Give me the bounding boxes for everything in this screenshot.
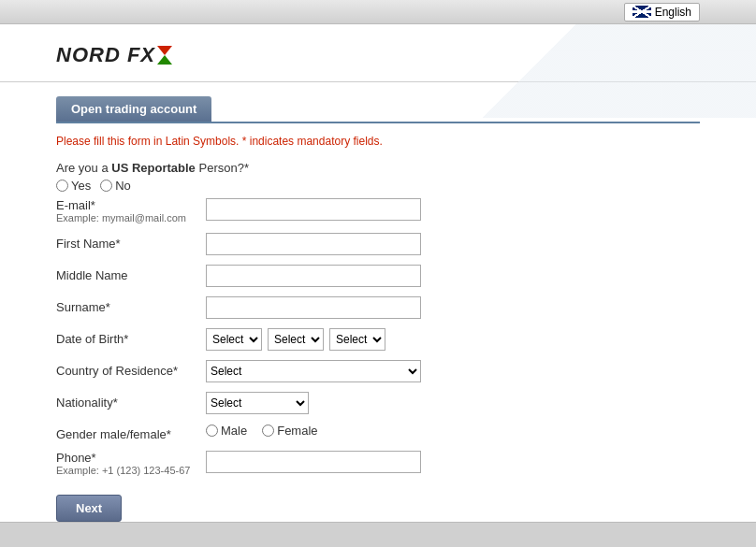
radio-yes-label[interactable]: Yes	[56, 179, 91, 193]
firstname-label: First Name*	[56, 233, 206, 251]
us-reportable-row: Are you a US Reportable Person?* Yes No	[56, 161, 700, 193]
language-label: English	[655, 6, 691, 19]
dob-day-select[interactable]: Select	[206, 328, 262, 351]
email-label: E-mail*	[56, 198, 206, 212]
gender-female-label[interactable]: Female	[262, 424, 317, 438]
email-hint: Example: mymail@mail.com	[56, 212, 206, 223]
radio-yes[interactable]	[56, 180, 68, 192]
form-section: Open trading account Please fill this fo…	[0, 82, 756, 547]
us-q-after: Person?*	[198, 161, 248, 175]
dob-label: Date of Birth*	[56, 328, 206, 346]
dob-row: Date of Birth* Select Select Select	[56, 328, 700, 351]
logo-area: NORD FX	[0, 24, 756, 81]
radio-no-label[interactable]: No	[100, 179, 131, 193]
gender-female-radio[interactable]	[262, 425, 274, 437]
gender-options: Male Female	[206, 424, 318, 438]
gender-male-text: Male	[221, 424, 247, 438]
email-input[interactable]	[206, 198, 421, 221]
us-q-before: Are you a	[56, 161, 109, 175]
gender-male-radio[interactable]	[206, 425, 218, 437]
email-label-block: E-mail* Example: mymail@mail.com	[56, 198, 206, 223]
radio-no[interactable]	[100, 180, 112, 192]
phone-label: Phone*	[56, 451, 206, 465]
gender-row: Gender male/female* Male Female	[56, 424, 700, 441]
radio-yes-text: Yes	[71, 179, 91, 193]
uk-flag-icon	[632, 6, 651, 18]
country-row: Country of Residence* Select	[56, 360, 700, 382]
country-select[interactable]: Select	[206, 360, 421, 382]
next-button[interactable]: Next	[56, 495, 122, 522]
middlename-row: Middle Name	[56, 265, 700, 287]
firstname-row: First Name*	[56, 233, 700, 255]
us-q-bold: US Reportable	[111, 161, 196, 175]
country-label: Country of Residence*	[56, 360, 206, 378]
us-question-text: Are you a US Reportable Person?*	[56, 161, 700, 175]
top-bar: English	[0, 0, 756, 24]
phone-hint: Example: +1 (123) 123-45-67	[56, 465, 206, 476]
language-button[interactable]: English	[624, 3, 700, 22]
dob-year-select[interactable]: Select	[329, 328, 385, 351]
nationality-label: Nationality*	[56, 392, 206, 410]
gender-female-text: Female	[277, 424, 317, 438]
gender-label: Gender male/female*	[56, 424, 206, 441]
middlename-label: Middle Name	[56, 265, 206, 282]
dob-selects: Select Select Select	[206, 328, 385, 351]
main-content: NORD FX Open trading account Please fill…	[0, 24, 756, 547]
section-title-tab: Open trading account	[56, 96, 700, 122]
mandatory-note: Please fill this form in Latin Symbols. …	[56, 135, 700, 148]
logo: NORD FX	[56, 43, 700, 67]
surname-label: Surname*	[56, 296, 206, 314]
surname-row: Surname*	[56, 296, 700, 319]
section-title: Open trading account	[56, 96, 211, 122]
page-wrapper: English NORD FX Open trading account Ple…	[0, 0, 756, 547]
next-button-row: Next	[56, 485, 700, 522]
phone-label-block: Phone* Example: +1 (123) 123-45-67	[56, 451, 206, 476]
dob-month-select[interactable]: Select	[268, 328, 324, 351]
phone-input[interactable]	[206, 451, 421, 473]
surname-input[interactable]	[206, 296, 421, 319]
form-container: Please fill this form in Latin Symbols. …	[56, 122, 700, 522]
logo-arrows	[157, 46, 172, 65]
email-row: E-mail* Example: mymail@mail.com	[56, 198, 700, 223]
nationality-select[interactable]: Select	[206, 392, 309, 414]
arrow-up-icon	[157, 55, 172, 65]
phone-row: Phone* Example: +1 (123) 123-45-67	[56, 451, 700, 476]
nationality-row: Nationality* Select	[56, 392, 700, 414]
logo-text: NORD FX	[56, 43, 155, 67]
middlename-input[interactable]	[206, 265, 421, 287]
gender-male-label[interactable]: Male	[206, 424, 247, 438]
radio-no-text: No	[115, 179, 131, 193]
arrow-down-icon	[157, 46, 172, 55]
firstname-input[interactable]	[206, 233, 421, 255]
us-radios: Yes No	[56, 179, 700, 193]
